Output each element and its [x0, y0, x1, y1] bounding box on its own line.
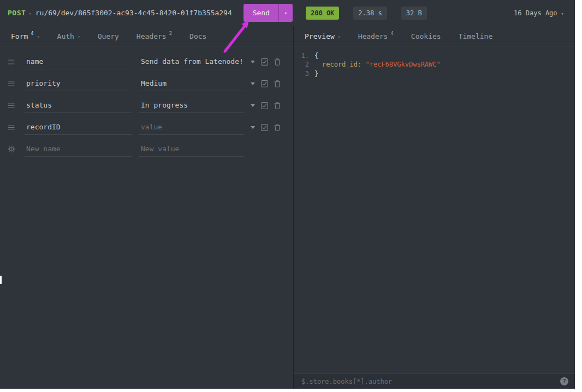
tab-docs-label: Docs: [189, 32, 206, 40]
tab-cookies[interactable]: Cookies: [402, 26, 450, 46]
checkbox-checked-icon[interactable]: [261, 102, 268, 109]
form-row-new: New name New value: [0, 138, 293, 160]
param-name-field[interactable]: priority: [25, 76, 132, 91]
param-value-text: In progress: [141, 101, 188, 109]
form-editor: name Send data from Latenode!: [0, 46, 293, 389]
value-type-dropdown-icon[interactable]: [251, 82, 255, 85]
param-value-field[interactable]: value: [139, 120, 244, 135]
code-line: 3 }: [294, 69, 575, 78]
code-text: record_id: "recF68VGkvDwsRAWC": [314, 60, 441, 69]
gear-icon[interactable]: [8, 145, 25, 153]
request-pane: Form 4 ▾ Auth ▾ Query Headers 2: [0, 26, 294, 389]
url-input[interactable]: ru/69/dev/865f3002-ac93-4c45-8420-01f7b3…: [35, 9, 232, 17]
param-name-text: name: [26, 57, 43, 66]
tab-timeline-label: Timeline: [459, 32, 493, 40]
param-value-field[interactable]: Medium: [139, 76, 244, 91]
row-actions: [251, 80, 287, 87]
tab-query-label: Query: [98, 32, 119, 40]
tab-auth-label: Auth: [57, 32, 74, 40]
panes: Form 4 ▾ Auth ▾ Query Headers 2: [0, 26, 575, 389]
trash-icon[interactable]: [274, 102, 281, 109]
drag-handle-icon[interactable]: [8, 60, 25, 64]
form-row-name: name Send data from Latenode!: [0, 51, 293, 73]
value-type-dropdown-icon[interactable]: [251, 61, 255, 63]
tab-preview[interactable]: Preview ▾: [296, 26, 349, 46]
tab-timeline[interactable]: Timeline: [450, 26, 502, 46]
tab-form-label: Form: [11, 32, 28, 40]
tab-form[interactable]: Form 4 ▾: [2, 26, 49, 46]
drag-handle-icon[interactable]: [8, 103, 25, 108]
line-number: 2: [294, 60, 314, 69]
chevron-down-icon: ▾: [37, 34, 40, 39]
jsonpath-filter-input[interactable]: [301, 378, 560, 385]
param-name-text: status: [26, 101, 52, 109]
response-body-viewer[interactable]: 1. { 2 record_id: "recF68VGkvDwsRAWC" 3 …: [294, 46, 575, 373]
param-name-field[interactable]: status: [25, 98, 132, 113]
trash-icon[interactable]: [274, 58, 281, 66]
code-line: 1. {: [294, 51, 575, 60]
help-icon[interactable]: ?: [560, 377, 568, 385]
chevron-down-icon: ▾: [338, 34, 341, 39]
time-badge: 2.38 s: [353, 7, 387, 20]
tab-response-headers-label: Headers: [358, 32, 388, 40]
pane-resize-handle[interactable]: [0, 276, 2, 284]
send-button-label[interactable]: Send: [244, 4, 278, 22]
checkbox-checked-icon[interactable]: [261, 80, 268, 87]
top-bar: POST ▾ ru/69/dev/865f3002-ac93-4c45-8420…: [0, 0, 575, 26]
new-param-value-field[interactable]: New value: [139, 142, 244, 157]
line-number: 3: [294, 69, 314, 78]
page: POST ▾ ru/69/dev/865f3002-ac93-4c45-8420…: [0, 0, 582, 392]
row-actions: [251, 102, 287, 109]
response-tabbar: Preview ▾ Headers 4 Cookies Timeline: [294, 26, 575, 46]
send-button[interactable]: Send ▾: [244, 4, 293, 22]
line-number: 1.: [294, 51, 314, 60]
response-filter-bar: ?: [294, 373, 575, 389]
param-value-field[interactable]: Send data from Latenode!: [139, 55, 244, 69]
app-window: POST ▾ ru/69/dev/865f3002-ac93-4c45-8420…: [0, 0, 575, 389]
code-text: }: [314, 69, 318, 78]
method-chevron-down-icon[interactable]: ▾: [28, 11, 31, 16]
param-value-text: Medium: [141, 79, 167, 87]
tab-auth[interactable]: Auth ▾: [49, 26, 89, 46]
new-param-name-field[interactable]: New name: [25, 142, 132, 157]
chevron-down-icon: ▾: [561, 11, 564, 16]
drag-handle-icon[interactable]: [8, 125, 25, 130]
tab-cookies-label: Cookies: [411, 32, 441, 40]
param-name-field[interactable]: name: [25, 55, 132, 69]
trash-icon[interactable]: [274, 124, 281, 131]
form-row-recordid: recordID value: [0, 116, 293, 138]
new-param-name-placeholder: New name: [26, 145, 61, 153]
tab-docs[interactable]: Docs: [181, 26, 215, 46]
param-name-field[interactable]: recordID: [25, 120, 132, 135]
response-history-dropdown[interactable]: 16 Days Ago ▾: [514, 9, 564, 17]
response-meta-bar: 200 OK 2.38 s 32 B 16 Days Ago ▾: [294, 0, 575, 26]
tab-query[interactable]: Query: [89, 26, 128, 46]
row-actions: [251, 124, 287, 131]
status-badge: 200 OK: [306, 7, 339, 20]
url-bar: POST ▾ ru/69/dev/865f3002-ac93-4c45-8420…: [0, 0, 294, 26]
tab-form-count-badge: 4: [31, 31, 33, 36]
checkbox-checked-icon[interactable]: [261, 124, 268, 131]
row-actions: [251, 58, 287, 66]
method-label[interactable]: POST: [8, 9, 26, 17]
chevron-down-icon: ▾: [78, 34, 80, 39]
tab-response-headers[interactable]: Headers 4: [349, 26, 402, 46]
response-history-label: 16 Days Ago: [514, 9, 557, 17]
tab-headers[interactable]: Headers 2: [128, 26, 181, 46]
json-string-value: "recF68VGkvDwsRAWC": [365, 61, 440, 68]
value-type-dropdown-icon[interactable]: [251, 104, 255, 107]
value-type-dropdown-icon[interactable]: [251, 126, 255, 129]
form-row-status: status In progress: [0, 94, 293, 116]
param-name-text: priority: [26, 79, 61, 87]
drag-handle-icon[interactable]: [8, 81, 25, 86]
code-line: 2 record_id: "recF68VGkvDwsRAWC": [294, 60, 575, 69]
form-row-priority: priority Medium: [0, 73, 293, 94]
tab-response-headers-count-badge: 4: [390, 31, 393, 36]
trash-icon[interactable]: [274, 80, 281, 87]
json-key: record_id: [322, 61, 358, 68]
send-dropdown-chevron-icon[interactable]: ▾: [278, 4, 293, 22]
tab-preview-label: Preview: [305, 32, 335, 40]
new-param-value-placeholder: New value: [141, 145, 179, 153]
checkbox-checked-icon[interactable]: [261, 58, 268, 66]
param-value-field[interactable]: In progress: [139, 98, 244, 113]
